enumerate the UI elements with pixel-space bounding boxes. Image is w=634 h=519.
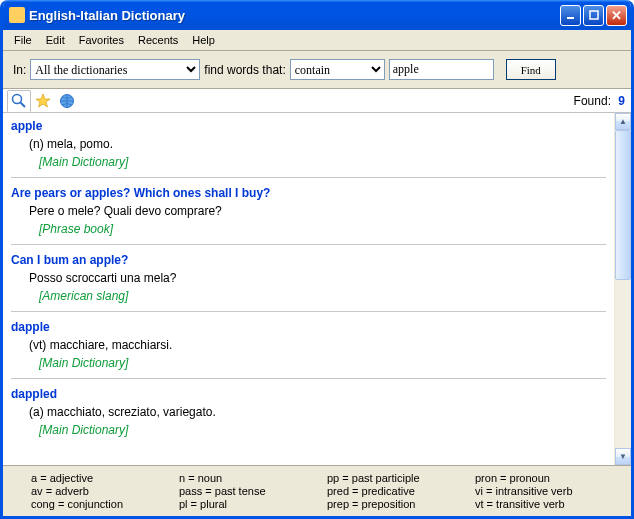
legend-col-4: pron = pronoun vi = intransitive verb vt… [475,472,623,510]
legend-item: pl = plural [179,498,327,510]
svg-rect-1 [590,11,598,19]
search-bar: In: All the dictionaries find words that… [3,51,631,89]
entry-source: [Phrase book] [11,220,606,238]
content-area: apple (n) mela, pomo. [Main Dictionary] … [3,113,631,465]
entry-definition: (n) mela, pomo. [11,135,606,153]
minimize-button[interactable] [560,5,581,26]
legend-item: a = adjective [31,472,179,484]
maximize-button[interactable] [583,5,604,26]
match-mode-select[interactable]: contain [290,59,385,80]
window-title: English-Italian Dictionary [29,8,560,23]
scrollbar[interactable]: ▲ ▼ [614,113,631,465]
close-button[interactable]: ✕ [606,5,627,26]
menu-file[interactable]: File [7,32,39,48]
result-entry: apple (n) mela, pomo. [Main Dictionary] [11,117,606,178]
legend-item: vi = intransitive verb [475,485,623,497]
entry-title[interactable]: apple [11,117,606,135]
menu-help[interactable]: Help [185,32,222,48]
found-label: Found: [574,94,611,108]
menu-recents[interactable]: Recents [131,32,185,48]
entry-title[interactable]: Can I bum an apple? [11,251,606,269]
result-entry: dappled (a) macchiato, screziato, varieg… [11,385,606,445]
result-entry: Are pears or apples? Which ones shall I … [11,184,606,245]
results-tab[interactable] [7,90,31,112]
globe-icon [59,93,75,109]
legend-item: pass = past tense [179,485,327,497]
entry-source: [Main Dictionary] [11,153,606,171]
titlebar: English-Italian Dictionary ✕ [3,0,631,30]
entry-definition: (vt) macchiare, macchiarsi. [11,336,606,354]
result-entry: Can I bum an apple? Posso scroccarti una… [11,251,606,312]
scroll-up-button[interactable]: ▲ [615,113,631,130]
legend-item: av = adverb [31,485,179,497]
menu-edit[interactable]: Edit [39,32,72,48]
entry-title[interactable]: dappled [11,385,606,403]
star-icon [35,93,51,109]
legend-item: cong = conjunction [31,498,179,510]
window-buttons: ✕ [560,5,627,26]
find-words-label: find words that: [204,63,285,77]
entry-source: [Main Dictionary] [11,354,606,372]
legend-item: n = noun [179,472,327,484]
app-icon [9,7,25,23]
result-entry: dapple (vt) macchiare, macchiarsi. [Main… [11,318,606,379]
entry-definition: Posso scroccarti una mela? [11,269,606,287]
menu-favorites[interactable]: Favorites [72,32,131,48]
magnifier-icon [11,93,27,109]
svg-marker-4 [36,94,50,107]
entry-source: [Main Dictionary] [11,421,606,439]
web-tab[interactable] [55,90,79,112]
entry-definition: (a) macchiato, screziato, variegato. [11,403,606,421]
scroll-thumb[interactable] [615,130,631,280]
results-list: apple (n) mela, pomo. [Main Dictionary] … [3,113,614,465]
entry-title[interactable]: dapple [11,318,606,336]
svg-point-2 [13,94,22,103]
dictionary-select[interactable]: All the dictionaries [30,59,200,80]
legend-item: pp = past participle [327,472,475,484]
favorites-tab[interactable] [31,90,55,112]
scroll-down-button[interactable]: ▼ [615,448,631,465]
legend-footer: a = adjective av = adverb cong = conjunc… [3,465,631,516]
legend-col-1: a = adjective av = adverb cong = conjunc… [31,472,179,510]
legend-col-2: n = noun pass = past tense pl = plural [179,472,327,510]
find-button[interactable]: Find [506,59,556,80]
legend-item: pron = pronoun [475,472,623,484]
tab-row: Found: 9 [3,89,631,113]
found-count: 9 [618,94,625,108]
app-window: English-Italian Dictionary ✕ File Edit F… [0,0,634,519]
legend-item: prep = preposition [327,498,475,510]
search-input[interactable] [389,59,494,80]
legend-item: vt = transitive verb [475,498,623,510]
legend-item: pred = predicative [327,485,475,497]
entry-title[interactable]: Are pears or apples? Which ones shall I … [11,184,606,202]
entry-source: [American slang] [11,287,606,305]
svg-line-3 [21,102,26,107]
legend-col-3: pp = past participle pred = predicative … [327,472,475,510]
found-indicator: Found: 9 [574,94,625,108]
menubar: File Edit Favorites Recents Help [3,30,631,51]
entry-definition: Pere o mele? Quali devo comprare? [11,202,606,220]
in-label: In: [13,63,26,77]
